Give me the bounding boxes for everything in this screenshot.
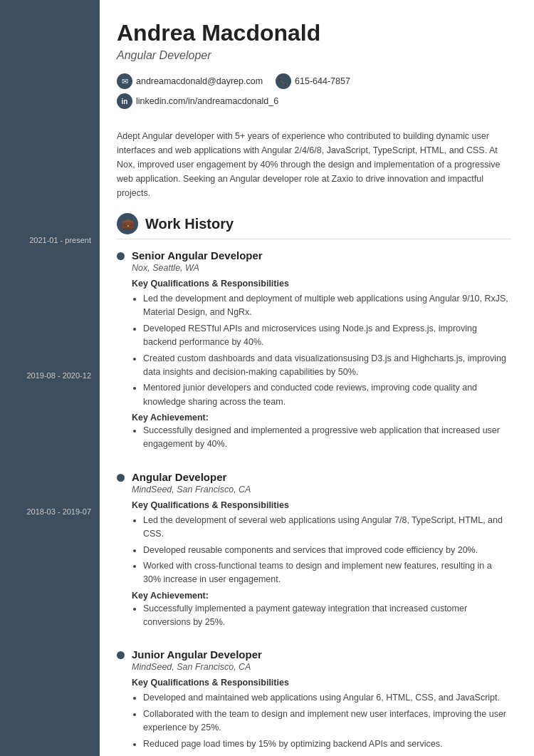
bullet-2-2: Developed reusable components and servic… (143, 544, 511, 557)
work-history-header: 💼 Work History (117, 213, 511, 239)
main-content: Andrea Macdonald Angular Developer ✉ and… (100, 0, 534, 756)
sidebar-date-1: 2021-01 - present (29, 235, 91, 246)
job-dot-col-2 (117, 471, 125, 633)
job-title-2: Angular Developer (132, 471, 511, 483)
email-contact: ✉ andreamacdonald@dayrep.com (117, 73, 263, 89)
phone-text: 615-644-7857 (295, 76, 350, 86)
job-qual-label-3: Key Qualifications & Responsibilities (132, 678, 511, 688)
achievement-bullet-1: Successfully designed and implemented a … (132, 424, 511, 452)
job-qual-label-1: Key Qualifications & Responsibilities (132, 279, 511, 289)
job-qual-label-2: Key Qualifications & Responsibilities (132, 500, 511, 510)
work-history-title: Work History (145, 216, 234, 232)
sidebar-date-2: 2019-08 - 2020-12 (26, 371, 91, 381)
bullet-3-1: Developed and maintained web application… (143, 691, 511, 705)
bullet-2-3: Worked with cross-functional teams to de… (143, 559, 511, 587)
job-company-2: MindSeed, San Francisco, CA (132, 485, 511, 494)
phone-contact: 📞 615-644-7857 (276, 73, 350, 89)
sidebar: 2021-01 - present 2019-08 - 2020-12 2018… (0, 0, 100, 756)
bullet-3-4: Worked on projects that involved integra… (143, 753, 511, 756)
linkedin-contact: in linkedin.com/in/andreamacdonald_6 (117, 93, 278, 109)
briefcase-icon: 💼 (117, 213, 138, 234)
job-dot-1 (117, 252, 125, 260)
job-entry-1: Senior Angular Developer Nox, Seattle, W… (117, 249, 511, 455)
job-content-3: Junior Angular Developer MindSeed, San F… (132, 648, 511, 756)
linkedin-text: linkedin.com/in/andreamacdonald_6 (136, 96, 278, 106)
job-entry-2: Angular Developer MindSeed, San Francisc… (117, 471, 511, 633)
bullet-1-2: Developed RESTful APIs and microservices… (143, 322, 511, 350)
job-dot-col-1 (117, 249, 125, 455)
email-text: andreamacdonald@dayrep.com (136, 76, 263, 86)
job-bullets-2: Led the development of several web appli… (132, 514, 511, 587)
contact-row-1: ✉ andreamacdonald@dayrep.com 📞 615-644-7… (117, 73, 511, 89)
job-company-3: MindSeed, San Francisco, CA (132, 662, 511, 672)
bullet-3-3: Reduced page load times by 15% by optimi… (143, 737, 511, 751)
candidate-name: Andrea Macdonald (117, 20, 511, 46)
linkedin-icon: in (117, 93, 132, 109)
job-entry-3: Junior Angular Developer MindSeed, San F… (117, 648, 511, 756)
job-dot-3 (117, 651, 125, 659)
achievement-text-2: Successfully implemented a payment gatew… (143, 602, 511, 630)
bullet-2-1: Led the development of several web appli… (143, 514, 511, 542)
summary-text: Adept Angular developer with 5+ years of… (117, 129, 511, 200)
bullet-1-1: Led the development and deployment of mu… (143, 292, 511, 320)
achievement-text-1: Successfully designed and implemented a … (143, 424, 511, 452)
job-content-2: Angular Developer MindSeed, San Francisc… (132, 471, 511, 633)
job-company-1: Nox, Seattle, WA (132, 263, 511, 273)
achievement-bullet-2: Successfully implemented a payment gatew… (132, 602, 511, 630)
job-title-1: Senior Angular Developer (132, 249, 511, 262)
achievement-label-2: Key Achievement: (132, 591, 511, 601)
sidebar-date-3: 2018-03 - 2019-07 (26, 507, 91, 517)
job-title-3: Junior Angular Developer (132, 648, 511, 661)
bullet-3-2: Collaborated with the team to design and… (143, 708, 511, 735)
email-icon: ✉ (117, 73, 132, 89)
bullet-1-4: Mentored junior developers and conducted… (143, 381, 511, 409)
page-layout: 2021-01 - present 2019-08 - 2020-12 2018… (0, 0, 534, 756)
candidate-title: Angular Developer (117, 49, 511, 62)
achievement-label-1: Key Achievement: (132, 413, 511, 423)
phone-icon: 📞 (276, 73, 291, 89)
job-dot-col-3 (117, 648, 125, 756)
job-dot-2 (117, 474, 125, 482)
job-bullets-1: Led the development and deployment of mu… (132, 292, 511, 409)
job-bullets-3: Developed and maintained web application… (132, 691, 511, 756)
bullet-1-3: Created custom dashboards and data visua… (143, 352, 511, 380)
job-content-1: Senior Angular Developer Nox, Seattle, W… (132, 249, 511, 455)
contact-row-2: in linkedin.com/in/andreamacdonald_6 (117, 93, 511, 109)
